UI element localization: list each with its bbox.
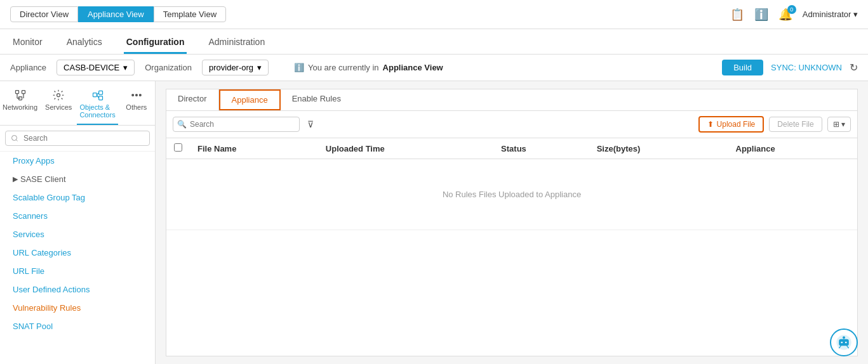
svg-rect-0 <box>15 91 18 94</box>
info-icon-small: ℹ️ <box>294 63 304 72</box>
appliance-bar: Appliance CASB-DEVICE ▾ Organization pro… <box>0 55 868 81</box>
sidebar-item-url-categories[interactable]: URL Categories <box>0 244 155 262</box>
sidebar-item-services[interactable]: Services <box>0 225 155 244</box>
appliance-info: ℹ️ You are currently in Appliance View <box>294 63 443 72</box>
svg-rect-1 <box>22 91 25 94</box>
col-file-name: File Name <box>190 138 318 159</box>
sidebar-item-sase-client[interactable]: ▶ SASE Client <box>0 170 155 188</box>
checkbox-header <box>166 138 190 159</box>
build-button[interactable]: Build <box>722 60 763 75</box>
svg-point-12 <box>132 94 134 96</box>
refresh-icon[interactable]: ↻ <box>850 62 858 74</box>
svg-point-17 <box>841 342 843 344</box>
appliance-value: CASB-DEVICE <box>63 63 119 72</box>
top-bar: Director View Appliance View Template Vi… <box>0 0 868 29</box>
org-dropdown[interactable]: provider-org ▾ <box>202 60 269 75</box>
sidebar-item-services[interactable]: Services <box>40 85 77 125</box>
sync-status: SYNC: UNKNOWN <box>771 63 842 72</box>
top-right: 📋 ℹ️ 🔔 0 Administrator ▾ <box>730 8 858 22</box>
table-search-container: 🔍 <box>173 117 300 132</box>
current-view-name: Appliance View <box>383 63 443 72</box>
upload-file-button[interactable]: ⬆ Upload File <box>698 116 765 133</box>
objects-connectors-label: Objects & Connectors <box>79 103 115 119</box>
tab-configuration[interactable]: Configuration <box>124 32 187 54</box>
columns-button[interactable]: ⊞ ▾ <box>827 117 851 132</box>
org-label: Organization <box>145 63 192 72</box>
table-container: 🔍 ⊽ ⬆ Upload File Delete File ⊞ ▾ <box>166 110 858 356</box>
sidebar-item-networking[interactable]: Networking <box>0 85 40 125</box>
sub-tab-enable-rules[interactable]: Enable Rules <box>281 89 352 110</box>
tab-monitor[interactable]: Monitor <box>10 32 45 54</box>
content-area: Director Appliance Enable Rules 🔍 ⊽ ⬆ Up… <box>156 81 868 364</box>
svg-rect-9 <box>98 96 102 100</box>
svg-rect-16 <box>839 339 849 346</box>
appliance-label: Appliance <box>10 63 46 72</box>
others-label: Others <box>126 103 147 111</box>
sidebar-item-proxy-apps[interactable]: Proxy Apps <box>0 152 155 170</box>
col-status: Status <box>493 138 589 159</box>
table-search-input[interactable] <box>173 117 300 132</box>
upload-icon: ⬆ <box>707 120 714 129</box>
clipboard-icon[interactable]: 📋 <box>730 8 744 22</box>
svg-point-18 <box>845 342 847 344</box>
col-size: Size(bytes) <box>589 138 728 159</box>
select-all-checkbox[interactable] <box>174 143 182 152</box>
right-actions: Build SYNC: UNKNOWN ↻ <box>722 60 858 75</box>
table-actions: ⬆ Upload File Delete File ⊞ ▾ <box>698 116 851 133</box>
appliance-dropdown-arrow: ▾ <box>123 63 128 72</box>
nav-tabs: Monitor Analytics Configuration Administ… <box>0 29 868 55</box>
chatbot-button[interactable] <box>830 328 858 356</box>
sidebar-icons: Networking Services Objects & Connectors <box>0 81 155 126</box>
sidebar-item-user-defined-actions[interactable]: User Defined Actions <box>0 280 155 299</box>
chevron-icon: ▶ <box>13 175 18 183</box>
sidebar: Networking Services Objects & Connectors <box>0 81 156 364</box>
svg-point-13 <box>136 94 138 96</box>
data-table: File Name Uploaded Time Status Size(byte… <box>166 138 857 230</box>
upload-label: Upload File <box>717 120 756 129</box>
notification-badge: 0 <box>787 5 796 14</box>
sidebar-item-snat-pool[interactable]: SNAT Pool <box>0 317 155 335</box>
empty-row: No Rules Files Uploaded to Appliance <box>166 159 857 230</box>
info-icon[interactable]: ℹ️ <box>754 8 768 22</box>
sub-tab-appliance[interactable]: Appliance <box>219 89 281 110</box>
svg-point-14 <box>139 94 141 96</box>
sidebar-item-objects-connectors[interactable]: Objects & Connectors <box>77 85 117 125</box>
info-text: You are currently in <box>308 63 379 72</box>
director-view-tab[interactable]: Director View <box>10 6 78 22</box>
sidebar-item-scanners[interactable]: Scanners <box>0 207 155 225</box>
sidebar-search-input[interactable] <box>5 131 150 146</box>
table-header-row: File Name Uploaded Time Status Size(byte… <box>166 138 857 159</box>
col-appliance: Appliance <box>728 138 857 159</box>
services-label: Services <box>45 103 72 111</box>
tab-administration[interactable]: Administration <box>206 32 267 54</box>
svg-point-6 <box>57 94 60 97</box>
svg-rect-7 <box>93 93 97 97</box>
delete-file-button[interactable]: Delete File <box>769 117 822 132</box>
table-search-icon: 🔍 <box>177 120 187 129</box>
sub-tab-director[interactable]: Director <box>166 89 219 110</box>
empty-message: No Rules Files Uploaded to Appliance <box>174 164 850 224</box>
sidebar-list: Proxy Apps ▶ SASE Client Scalable Group … <box>0 152 155 364</box>
sidebar-item-others[interactable]: Others <box>118 85 155 125</box>
org-value: provider-org <box>209 63 253 72</box>
col-uploaded-time: Uploaded Time <box>318 138 493 159</box>
networking-label: Networking <box>3 103 37 111</box>
sidebar-item-scalable-group-tag[interactable]: Scalable Group Tag <box>0 188 155 207</box>
main-layout: Networking Services Objects & Connectors <box>0 81 868 364</box>
view-tabs: Director View Appliance View Template Vi… <box>10 6 226 22</box>
sidebar-search-container <box>0 126 155 152</box>
org-dropdown-arrow: ▾ <box>257 63 262 72</box>
sidebar-item-vulnerability-rules[interactable]: Vulnerability Rules <box>0 299 155 317</box>
appliance-dropdown[interactable]: CASB-DEVICE ▾ <box>57 60 135 75</box>
filter-icon[interactable]: ⊽ <box>307 119 314 129</box>
admin-menu[interactable]: Administrator ▾ <box>803 10 858 19</box>
template-view-tab[interactable]: Template View <box>154 6 226 22</box>
svg-point-19 <box>843 336 845 339</box>
notification-icon[interactable]: 🔔 0 <box>778 8 792 22</box>
tab-analytics[interactable]: Analytics <box>64 32 105 54</box>
svg-rect-8 <box>98 91 102 94</box>
sidebar-item-url-file[interactable]: URL File <box>0 262 155 280</box>
table-toolbar: 🔍 ⊽ ⬆ Upload File Delete File ⊞ ▾ <box>166 111 857 138</box>
sub-tabs: Director Appliance Enable Rules <box>166 89 858 110</box>
appliance-view-tab[interactable]: Appliance View <box>78 6 154 22</box>
